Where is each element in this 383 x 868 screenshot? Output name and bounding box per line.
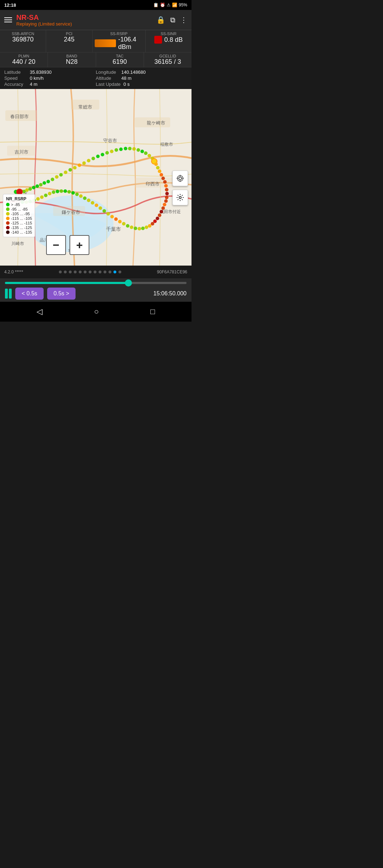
cell-row-2: PLMN 440 / 20 Band N28 TAC 6190 gCellID … [0,52,192,67]
svg-point-113 [177,176,183,181]
map-info-latitude: Latitude 35.838930 [4,69,96,75]
page-dot-10[interactable] [104,271,106,273]
svg-point-94 [83,196,87,200]
nav-recent-button[interactable]: □ [150,307,155,316]
svg-point-79 [141,227,145,230]
status-signal-icon: 📶 [172,2,177,7]
playback-slider-fill [5,282,128,284]
svg-point-112 [179,177,182,180]
toolbar-title-block: NR-SA Replaying (Limited service) [16,13,152,27]
svg-point-118 [179,196,181,199]
label-altitude: Altitude [96,76,118,81]
value-band: N28 [66,58,78,66]
svg-point-34 [51,178,54,181]
status-alarm-icon: ⏰ [160,2,165,7]
page-indicator: 4.2.0 ***** 90F6A781CE96 [0,266,192,278]
page-dot-6[interactable] [84,271,87,273]
svg-point-43 [91,157,95,160]
cell-rsrp: SS-RSRP -106.4 dBm [93,30,146,52]
menu-button[interactable] [4,17,12,22]
page-dot-4[interactable] [74,271,77,273]
page-dot-5[interactable] [79,271,82,273]
map-container[interactable]: 春日部市 常総市 龍ケ崎市 吉川市 印西市 鎌ケ谷市 足立区 東京都 品川区 千… [0,89,192,266]
svg-point-90 [99,206,102,210]
lock-icon[interactable]: 🔒 [156,16,165,24]
value-tac: 6190 [113,58,127,66]
playback-slider-track[interactable] [5,282,187,284]
more-icon[interactable]: ⋮ [180,16,187,24]
page-dot-12-active[interactable] [113,271,116,273]
label-lastupdate: Last Update [96,82,121,87]
locate-button[interactable] [172,171,188,186]
legend-dot-2 [6,212,10,216]
svg-point-87 [110,215,114,218]
app-subtitle: Replaying (Limited service) [16,21,152,27]
cell-plmn: PLMN 440 / 20 [0,52,48,67]
zoom-minus-button[interactable]: − [46,235,66,255]
forward-button[interactable]: 0.5s > [47,288,76,300]
label-rsrp: SS-RSRP [110,32,128,36]
svg-point-101 [56,190,59,193]
app-title: NR-SA [16,13,152,21]
cell-row-1: SSB-ARFCN 369870 PCI 245 SS-RSRP -106.4 … [0,30,192,52]
page-dot-11[interactable] [109,271,111,273]
label-sinr: SS-SINR [161,32,177,36]
svg-point-56 [148,154,151,157]
value-altitude: 48 m [121,76,132,81]
backward-button[interactable]: < 0.5s [15,288,44,300]
nav-home-button[interactable]: ○ [94,307,99,316]
nav-back-button[interactable]: ◁ [37,307,43,316]
page-dot-7[interactable] [89,271,91,273]
svg-point-39 [73,166,77,169]
label-band: Band [66,54,77,58]
map-settings-button[interactable] [172,190,188,205]
svg-point-93 [87,199,90,202]
svg-point-42 [87,159,90,162]
page-dot-2[interactable] [64,271,67,273]
pause-bar-right [9,289,12,299]
legend-label-1: -95 ... -85 [11,207,28,211]
svg-point-30 [35,184,39,188]
svg-point-91 [95,204,98,207]
page-dot-1[interactable] [59,271,62,273]
svg-point-95 [79,194,83,198]
legend-item-2: -105 ... -95 [6,212,32,216]
legend-item-0: > -85 [6,202,32,207]
page-dot-13[interactable] [118,271,121,273]
svg-point-102 [52,190,55,194]
svg-point-59 [154,162,158,166]
pause-button[interactable] [5,289,12,299]
svg-point-33 [46,180,50,183]
page-dot-3[interactable] [69,271,72,273]
svg-point-49 [119,148,123,151]
zoom-plus-button[interactable]: + [70,235,89,255]
svg-point-92 [91,201,94,205]
label-plmn: PLMN [18,54,29,58]
label-accuracy: Accuracy [4,82,27,87]
value-speed: 0 km/h [30,76,44,81]
svg-point-36 [59,173,63,177]
legend-label-6: -140 ... -135 [11,230,32,234]
sinr-color-indicator [154,36,162,44]
svg-point-78 [145,226,148,229]
playback-timestamp: 15:06:50.000 [79,290,187,297]
playback-slider-thumb[interactable] [125,279,132,286]
value-pci: 245 [64,36,74,43]
svg-point-61 [158,169,161,173]
svg-point-29 [32,186,35,189]
status-icons: 📋 ⏰ ⚠ 📶 95% [153,2,187,7]
page-dot-8[interactable] [94,271,96,273]
toolbar-action-icons: 🔒 ⧉ ⋮ [156,16,187,24]
svg-point-71 [161,206,165,210]
svg-point-72 [160,210,163,213]
share-icon[interactable]: ⧉ [170,16,175,24]
svg-point-32 [43,181,46,185]
value-gcellid: 36165 / 3 [154,58,181,66]
rsrp-signal-bar [95,39,116,47]
map-info-accuracy: Accuracy 4 m [4,82,96,87]
status-time: 12:18 [4,2,16,8]
page-dot-9[interactable] [99,271,101,273]
map-info-overlay: Latitude 35.838930 Longitude 140.148680 … [0,67,192,89]
label-speed: Speed [4,76,27,81]
legend-title: NR_RSRP [6,196,32,201]
